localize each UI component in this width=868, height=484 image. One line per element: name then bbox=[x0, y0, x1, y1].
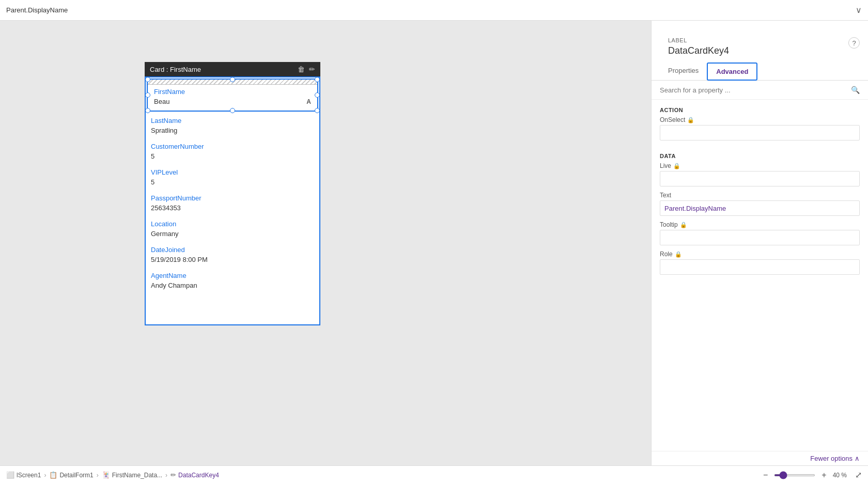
form-icon: 📋 bbox=[49, 471, 57, 479]
fewer-options-label: Fewer options bbox=[810, 455, 853, 462]
prop-row-role: Role 🔒 bbox=[660, 251, 860, 275]
breadcrumb-datacardkey[interactable]: ✏ DataCardKey4 bbox=[171, 471, 219, 479]
bottom-bar: ⬜ lScreen1 › 📋 DetailForm1 › 🃏 FirstName… bbox=[0, 465, 868, 484]
search-row: 🔍 bbox=[652, 81, 868, 100]
card-footer-space bbox=[146, 293, 319, 324]
panel-scroll: ACTION OnSelect 🔒 DATA Live 🔒 Tex bbox=[652, 100, 868, 451]
screen-icon: ⬜ bbox=[6, 471, 14, 479]
breadcrumb: ⬜ lScreen1 › 📋 DetailForm1 › 🃏 FirstName… bbox=[6, 471, 219, 479]
handle-mid-left bbox=[145, 92, 150, 98]
tabs-row: Properties Advanced bbox=[652, 63, 868, 81]
formula-chevron[interactable]: ∨ bbox=[856, 5, 862, 15]
canvas-area[interactable]: Card : FirstName 🗑 ✏ bbox=[0, 21, 651, 465]
formula-text[interactable]: Parent.DisplayName bbox=[6, 6, 851, 14]
prop-label-text: Text bbox=[660, 192, 860, 199]
prop-input-text[interactable] bbox=[660, 200, 860, 216]
tab-advanced[interactable]: Advanced bbox=[707, 63, 757, 81]
fewer-options-button[interactable]: Fewer options ∧ bbox=[652, 451, 868, 465]
zoom-plus-button[interactable]: + bbox=[819, 471, 828, 480]
right-panel: LABEL DataCardKey4 ? Properties Advanced… bbox=[651, 21, 868, 465]
zoom-level-label: 40 % bbox=[833, 472, 847, 479]
prop-input-onselect[interactable] bbox=[660, 125, 860, 140]
card-header-title: Card : FirstName bbox=[150, 66, 201, 73]
handle-top-right bbox=[315, 77, 320, 82]
zoom-slider[interactable] bbox=[774, 474, 815, 476]
prop-row-tooltip: Tooltip 🔒 bbox=[660, 221, 860, 245]
main-content: Card : FirstName 🗑 ✏ bbox=[0, 21, 868, 465]
breadcrumb-datacard-label: FirstName_Data... bbox=[112, 472, 162, 479]
zoom-controls: − + 40 % ⤢ bbox=[761, 470, 862, 480]
panel-label: LABEL bbox=[660, 29, 737, 45]
prop-row-text: Text bbox=[660, 192, 860, 216]
breadcrumb-detailform[interactable]: 📋 DetailForm1 bbox=[49, 471, 93, 479]
card-icon: 🃏 bbox=[102, 471, 110, 479]
card-header: Card : FirstName 🗑 ✏ bbox=[145, 62, 320, 76]
firstname-field-value: Beau bbox=[154, 98, 169, 105]
breadcrumb-datacardkey-label: DataCardKey4 bbox=[178, 472, 219, 479]
text-cursor-icon: A bbox=[306, 98, 311, 105]
field-customernumber: CustomerNumber 5 bbox=[146, 138, 319, 164]
fullscreen-button[interactable]: ⤢ bbox=[855, 470, 862, 480]
panel-header: LABEL DataCardKey4 bbox=[660, 29, 737, 63]
breadcrumb-detailform-label: DetailForm1 bbox=[59, 472, 93, 479]
section-data-header: DATA bbox=[660, 146, 860, 162]
search-icon: 🔍 bbox=[851, 86, 860, 94]
breadcrumb-datacard[interactable]: 🃏 FirstName_Data... bbox=[102, 471, 162, 479]
firstname-field-label: FirstName bbox=[154, 88, 185, 96]
panel-title: DataCardKey4 bbox=[660, 45, 737, 63]
prop-label-live: Live 🔒 bbox=[660, 162, 860, 169]
fewer-options-chevron: ∧ bbox=[855, 455, 860, 462]
property-search-input[interactable] bbox=[660, 86, 847, 94]
handle-mid-right bbox=[315, 92, 320, 98]
firstname-label-row: FirstName bbox=[148, 85, 317, 97]
lock-icon-tooltip: 🔒 bbox=[680, 222, 687, 228]
handle-bottom-left bbox=[145, 108, 150, 113]
breadcrumb-screen-label: lScreen1 bbox=[17, 472, 41, 479]
field-lastname: LastName Spratling bbox=[146, 113, 319, 138]
lock-icon-live: 🔒 bbox=[673, 163, 680, 169]
handle-top-left bbox=[145, 77, 150, 82]
key-icon: ✏ bbox=[171, 471, 176, 479]
selected-field-firstname[interactable]: FirstName Beau A bbox=[147, 79, 318, 112]
prop-input-role[interactable] bbox=[660, 259, 860, 275]
lock-icon-role: 🔒 bbox=[675, 251, 682, 258]
field-passportnumber: PassportNumber 25634353 bbox=[146, 190, 319, 216]
prop-input-live[interactable] bbox=[660, 171, 860, 186]
card-header-icons: 🗑 ✏ bbox=[298, 65, 315, 73]
card-body: FirstName Beau A LastName Spratling Cust… bbox=[145, 76, 320, 325]
handle-bottom-mid bbox=[230, 108, 235, 113]
card-container: Card : FirstName 🗑 ✏ bbox=[145, 62, 320, 325]
delete-icon[interactable]: 🗑 bbox=[298, 65, 305, 73]
section-action-header: ACTION bbox=[660, 100, 860, 116]
field-viplevel: VIPLevel 5 bbox=[146, 164, 319, 190]
prop-label-role: Role 🔒 bbox=[660, 251, 860, 258]
prop-input-tooltip[interactable] bbox=[660, 230, 860, 245]
field-agentname: AgentName Andy Champan bbox=[146, 268, 319, 293]
prop-label-tooltip: Tooltip 🔒 bbox=[660, 221, 860, 228]
help-button[interactable]: ? bbox=[848, 37, 860, 49]
formula-bar: Parent.DisplayName ∨ bbox=[0, 0, 868, 21]
edit-icon[interactable]: ✏ bbox=[309, 65, 315, 73]
tab-properties[interactable]: Properties bbox=[660, 63, 707, 81]
field-location: Location Germany bbox=[146, 216, 319, 242]
lock-icon-onselect: 🔒 bbox=[687, 117, 694, 123]
prop-row-live: Live 🔒 bbox=[660, 162, 860, 186]
prop-row-onselect: OnSelect 🔒 bbox=[660, 116, 860, 140]
prop-label-onselect: OnSelect 🔒 bbox=[660, 116, 860, 123]
zoom-minus-button[interactable]: − bbox=[761, 471, 770, 480]
breadcrumb-screen[interactable]: ⬜ lScreen1 bbox=[6, 471, 41, 479]
handle-top-mid bbox=[230, 77, 235, 82]
handle-bottom-right bbox=[315, 108, 320, 113]
field-datejoined: DateJoined 5/19/2019 8:00 PM bbox=[146, 242, 319, 268]
